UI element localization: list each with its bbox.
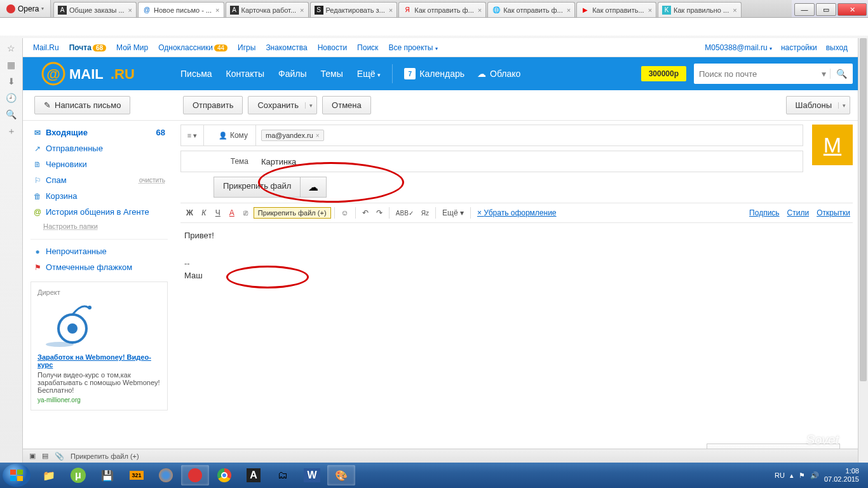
panel-icon[interactable]: ▤ [42, 452, 48, 460]
taskbar-paint[interactable]: 🎨 [327, 465, 355, 485]
taskbar-word[interactable]: W [298, 465, 326, 485]
remove-chip[interactable]: × [316, 132, 320, 139]
search-dropdown[interactable]: ▾ [818, 69, 830, 79]
browser-tab[interactable]: АОбщие заказы ...× [53, 2, 137, 17]
mailru-logo[interactable]: @ MAIL.RU [28, 61, 168, 86]
taskbar-explorer[interactable]: 📁 [35, 465, 63, 485]
underline-button[interactable]: Ч [212, 207, 224, 219]
scrollbar-thumb[interactable] [860, 38, 867, 381]
taskbar-chrome[interactable] [210, 465, 238, 485]
settings-link[interactable]: настройки [781, 43, 817, 52]
folder-sent[interactable]: ↗Отправленные [31, 140, 168, 156]
portal-link[interactable]: Все проекты ▾ [388, 43, 437, 52]
attach-file-button[interactable]: Прикрепить файл [214, 177, 301, 198]
portal-link-mail[interactable]: Почта68 [69, 43, 106, 52]
nav-files[interactable]: Файлы [278, 69, 306, 79]
mail-search-input[interactable] [694, 69, 818, 79]
user-email[interactable]: M050388@mail.ru ▾ [705, 43, 772, 52]
attach-cloud-button[interactable]: ☁ [301, 177, 327, 198]
download-icon[interactable]: ⬇ [8, 76, 15, 86]
save-button[interactable]: Сохранить [248, 96, 317, 114]
ad-image[interactable] [37, 300, 101, 351]
tray-up-icon[interactable]: ▴ [790, 471, 794, 480]
window-maximize[interactable]: ▭ [816, 3, 836, 16]
cloud-link[interactable]: ☁Облако [477, 69, 520, 79]
recipient-chip[interactable]: ma@yandex.ru× [261, 130, 324, 141]
portal-link[interactable]: Мой Мир [116, 43, 148, 52]
taskbar-opera[interactable] [181, 465, 209, 485]
close-icon[interactable]: × [648, 6, 652, 14]
folder-flagged[interactable]: ⚑Отмеченные флажком [31, 259, 168, 275]
window-close[interactable]: ✕ [837, 3, 867, 16]
folder-spam[interactable]: ⚐Спамочистить [31, 172, 168, 188]
configure-folders[interactable]: Настроить папки [43, 222, 98, 230]
logout-link[interactable]: выход [826, 43, 848, 52]
ad-headline[interactable]: Заработок на Webmoney! Видео-курс [37, 353, 161, 369]
add-icon[interactable]: ＋ [7, 126, 16, 137]
tray-flag-icon[interactable]: ⚑ [799, 471, 805, 480]
nav-themes[interactable]: Темы [321, 69, 343, 79]
promo-button[interactable]: 300000р [641, 66, 686, 81]
translit-button[interactable]: Яz [418, 208, 432, 219]
nav-letters[interactable]: Письма [180, 69, 212, 79]
portal-link[interactable]: Одноклассники44 [158, 43, 227, 52]
close-icon[interactable]: × [215, 6, 219, 14]
browser-tab[interactable]: @Новое письмо - ...× [138, 2, 224, 17]
volume-icon[interactable]: 🔊 [810, 471, 819, 480]
portal-link[interactable]: Поиск [357, 43, 378, 52]
remove-format-button[interactable]: × Убрать оформление [474, 207, 560, 219]
clock[interactable]: 1:08 07.02.2015 [824, 467, 859, 484]
browser-tab[interactable]: АКарточка работ...× [226, 2, 309, 17]
close-icon[interactable]: × [567, 6, 571, 14]
calendar-link[interactable]: 7 Календарь [404, 68, 465, 79]
text-color-button[interactable]: А [226, 207, 238, 219]
folder-inbox[interactable]: ✉Входящие68 [31, 125, 168, 140]
clear-spam[interactable]: очистить [139, 177, 165, 184]
close-icon[interactable]: × [128, 6, 132, 14]
portal-link[interactable]: Mail.Ru [33, 43, 59, 52]
send-button[interactable]: Отправить [183, 96, 243, 114]
nav-more[interactable]: Ещё ▾ [357, 69, 381, 79]
taskbar-firefox[interactable] [152, 465, 180, 485]
cards-link[interactable]: Открытки [817, 208, 850, 217]
compose-options[interactable]: ≡ ▾ [181, 125, 204, 146]
message-body[interactable]: Привет! -- Маш [180, 223, 853, 337]
portal-link[interactable]: Новости [318, 43, 347, 52]
nav-contacts[interactable]: Контакты [226, 69, 264, 79]
taskbar-save[interactable]: 💾 [93, 465, 121, 485]
portal-link[interactable]: Игры [238, 43, 255, 52]
browser-tab[interactable]: ЯКак отправить ф...× [398, 2, 486, 17]
italic-button[interactable]: К [198, 207, 210, 219]
emoji-button[interactable]: ☺ [338, 207, 352, 219]
browser-tab[interactable]: ▶Как отправить...× [576, 2, 656, 17]
start-button[interactable] [3, 464, 31, 487]
spellcheck-button[interactable]: ABB✓ [393, 208, 417, 219]
scrollbar[interactable] [858, 38, 868, 463]
taskbar-folders[interactable]: 🗂 [269, 465, 297, 485]
star-icon[interactable]: ☆ [7, 43, 15, 53]
bold-button[interactable]: Ж [183, 207, 196, 219]
compose-button[interactable]: ✎ Написать письмо [34, 96, 130, 114]
styles-link[interactable]: Стили [787, 208, 810, 217]
search-icon[interactable]: 🔍 [6, 109, 17, 119]
lang-indicator[interactable]: RU [775, 471, 785, 479]
attach-icon[interactable]: 📎 [55, 452, 64, 461]
more-format-button[interactable]: Ещё ▾ [439, 207, 467, 219]
browser-tab[interactable]: 🌐Как отправить ф...× [487, 2, 575, 17]
taskbar-app[interactable]: А [240, 465, 268, 485]
portal-link[interactable]: Знакомства [266, 43, 307, 52]
taskbar-mpc[interactable]: 321 [123, 465, 151, 485]
undo-button[interactable]: ↶ [359, 207, 372, 219]
signature-link[interactable]: Подпись [749, 208, 780, 217]
bg-color-button[interactable]: ⎚ [240, 207, 252, 219]
taskbar-utorrent[interactable]: μ [64, 465, 92, 485]
redo-button[interactable]: ↷ [373, 207, 386, 219]
grid-icon[interactable]: ▦ [7, 60, 15, 70]
opera-menu[interactable]: Opera ▾ [0, 0, 51, 17]
panel-icon[interactable]: ▣ [29, 452, 36, 460]
folder-drafts[interactable]: 🗎Черновики [31, 156, 168, 172]
close-icon[interactable]: × [300, 6, 304, 14]
templates-button[interactable]: Шаблоны [786, 96, 851, 114]
search-icon[interactable]: 🔍 [830, 69, 853, 79]
close-icon[interactable]: × [478, 6, 482, 14]
